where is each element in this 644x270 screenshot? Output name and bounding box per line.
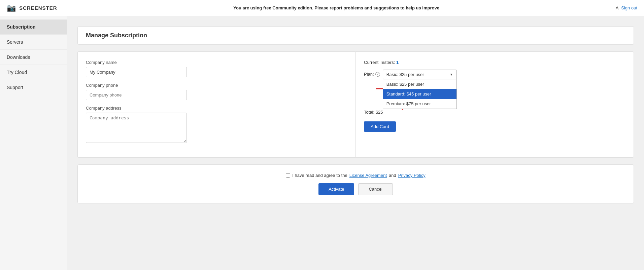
sidebar-item-try-cloud[interactable]: Try Cloud [0, 65, 67, 80]
plan-label-wrap: Plan: ? [364, 72, 380, 77]
camera-icon: 📷 [7, 4, 16, 12]
sidebar-item-subscription[interactable]: Subscription [0, 20, 67, 35]
main-content: Manage Subscription Company name Company… [67, 16, 644, 270]
form-section: Company name Company phone Company addre… [77, 51, 634, 158]
notice-banner: You are using free Community edition. Pl… [57, 5, 616, 10]
main-layout: Subscription Servers Downloads Try Cloud… [0, 16, 644, 270]
chevron-down-icon: ▼ [450, 73, 453, 76]
logo-area: 📷 SCREENSTER [7, 4, 57, 12]
current-testers-label: Current Testers: [364, 60, 395, 65]
plan-select-wrapper: Basic: $25 per user ▼ Basic: $25 per use… [383, 70, 457, 79]
agreement-text: I have read and agree to the [292, 173, 347, 178]
notice-text: You are using free Community edition. Pl… [233, 5, 439, 10]
plan-selected-text: Basic: $25 per user [386, 72, 424, 77]
company-form: Company name Company phone Company addre… [77, 51, 355, 158]
and-text: and [389, 173, 396, 178]
company-phone-label: Company phone [86, 83, 347, 88]
agreement-card: I have read and agree to the License Agr… [77, 164, 634, 203]
add-card-button[interactable]: Add Card [364, 121, 396, 132]
current-testers-row: Current Testers: 1 [364, 60, 625, 65]
plan-dropdown-list: Basic: $25 per user Standard: $45 per us… [383, 79, 457, 109]
user-initial: A [616, 5, 619, 10]
page-header-card: Manage Subscription [77, 26, 634, 45]
company-address-label: Company address [86, 106, 347, 111]
total-value: $25 [376, 110, 383, 115]
sign-out-link[interactable]: Sign out [621, 5, 637, 10]
company-phone-input[interactable] [86, 90, 187, 100]
current-testers-value: 1 [396, 60, 399, 65]
company-name-input[interactable] [86, 67, 187, 77]
company-address-group: Company address [86, 106, 347, 144]
plan-option-basic[interactable]: Basic: $25 per user [383, 79, 456, 89]
agreement-row: I have read and agree to the License Agr… [86, 173, 625, 178]
company-name-label: Company name [86, 60, 347, 65]
total-row: Total: $25 [364, 110, 625, 115]
plan-option-premium[interactable]: Premium: $75 per user [383, 99, 456, 109]
company-name-group: Company name [86, 60, 347, 77]
page-title: Manage Subscription [86, 32, 625, 39]
user-actions: A Sign out [616, 5, 637, 10]
sidebar-item-support[interactable]: Support [0, 80, 67, 95]
agreement-checkbox[interactable] [286, 173, 290, 178]
app-header: 📷 SCREENSTER You are using free Communit… [0, 0, 644, 16]
activate-button[interactable]: Activate [318, 183, 354, 195]
help-icon[interactable]: ? [375, 72, 380, 77]
plan-select-display[interactable]: Basic: $25 per user ▼ [383, 70, 457, 79]
company-address-textarea[interactable] [86, 113, 187, 143]
app-name: SCREENSTER [19, 5, 57, 11]
plan-row: Plan: ? Basic: $25 per user ▼ Basic: $25… [364, 70, 625, 79]
cancel-button[interactable]: Cancel [358, 183, 393, 195]
plan-option-standard[interactable]: Standard: $45 per user [383, 89, 456, 99]
sidebar: Subscription Servers Downloads Try Cloud… [0, 16, 67, 270]
action-buttons: Activate Cancel [86, 183, 625, 195]
plan-panel: Current Testers: 1 Plan: ? Basic: $25 pe… [355, 51, 634, 158]
sidebar-item-servers[interactable]: Servers [0, 35, 67, 50]
privacy-policy-link[interactable]: Privacy Policy [398, 173, 426, 178]
license-agreement-link[interactable]: License Agreement [349, 173, 387, 178]
sidebar-item-downloads[interactable]: Downloads [0, 50, 67, 65]
plan-label-text: Plan: [364, 72, 374, 77]
company-phone-group: Company phone [86, 83, 347, 100]
total-label: Total: [364, 110, 374, 115]
